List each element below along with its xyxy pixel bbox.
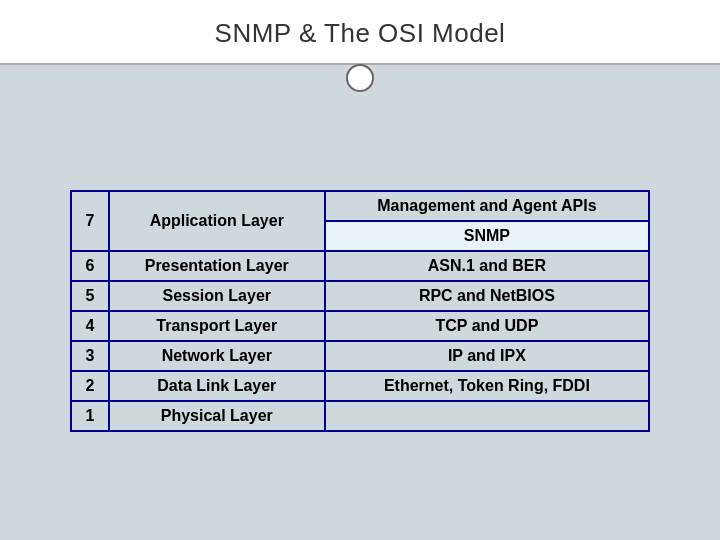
layer-name-5: Session Layer: [109, 281, 325, 311]
layer-name-7: Application Layer: [109, 191, 325, 251]
table-row: 6 Presentation Layer ASN.1 and BER: [71, 251, 649, 281]
slide: SNMP & The OSI Model 7 Application Layer…: [0, 0, 720, 540]
slide-title: SNMP & The OSI Model: [215, 18, 506, 48]
layer-num-5: 5: [71, 281, 109, 311]
content-area: 7 Application Layer Management and Agent…: [0, 92, 720, 540]
table-row: 4 Transport Layer TCP and UDP: [71, 311, 649, 341]
layer-name-4: Transport Layer: [109, 311, 325, 341]
title-bar: SNMP & The OSI Model: [0, 0, 720, 65]
layer-name-3: Network Layer: [109, 341, 325, 371]
layer-desc-7-bot: SNMP: [325, 221, 649, 251]
osi-table: 7 Application Layer Management and Agent…: [70, 190, 650, 432]
layer-name-1: Physical Layer: [109, 401, 325, 431]
layer-desc-7-top: Management and Agent APIs: [325, 191, 649, 221]
layer-name-2: Data Link Layer: [109, 371, 325, 401]
layer-desc-3: IP and IPX: [325, 341, 649, 371]
layer-desc-4: TCP and UDP: [325, 311, 649, 341]
table-row: 7 Application Layer Management and Agent…: [71, 191, 649, 221]
layer-num-2: 2: [71, 371, 109, 401]
layer-desc-5: RPC and NetBIOS: [325, 281, 649, 311]
layer-num-4: 4: [71, 311, 109, 341]
table-row: 2 Data Link Layer Ethernet, Token Ring, …: [71, 371, 649, 401]
layer-desc-2: Ethernet, Token Ring, FDDI: [325, 371, 649, 401]
table-row: 1 Physical Layer: [71, 401, 649, 431]
layer-num-1: 1: [71, 401, 109, 431]
connector-circle: [346, 64, 374, 92]
layer-num-6: 6: [71, 251, 109, 281]
table-row: 3 Network Layer IP and IPX: [71, 341, 649, 371]
layer-name-6: Presentation Layer: [109, 251, 325, 281]
layer-desc-6: ASN.1 and BER: [325, 251, 649, 281]
layer-num-7: 7: [71, 191, 109, 251]
layer-desc-1: [325, 401, 649, 431]
layer-num-3: 3: [71, 341, 109, 371]
table-row: 5 Session Layer RPC and NetBIOS: [71, 281, 649, 311]
